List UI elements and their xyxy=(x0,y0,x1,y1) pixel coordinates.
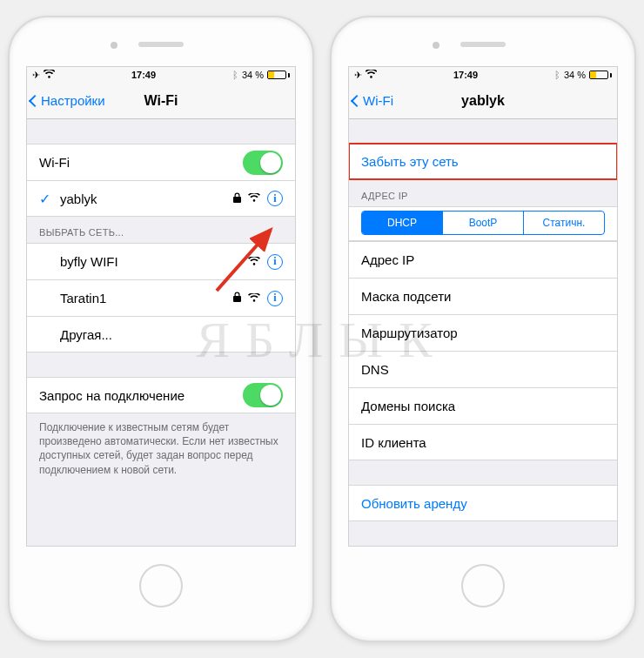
wifi-status-icon xyxy=(44,70,55,80)
info-icon[interactable]: i xyxy=(267,254,283,270)
battery-percent: 34 % xyxy=(564,70,586,80)
page-title: yablyk xyxy=(461,93,505,109)
wifi-status-icon xyxy=(366,70,377,80)
ip-mode-segmented[interactable]: DHCP BootP Статичн. xyxy=(361,211,605,235)
ask-to-join-row[interactable]: Запрос на подключение xyxy=(27,377,295,413)
chevron-left-icon xyxy=(29,94,41,106)
choose-network-header: ВЫБРАТЬ СЕТЬ... xyxy=(27,217,295,243)
segment-bootp[interactable]: BootP xyxy=(443,212,524,234)
status-bar: ✈︎ 17:49 ᛒ 34 % xyxy=(349,67,617,83)
ip-field-row[interactable]: Маршрутизатор xyxy=(349,314,617,351)
battery-icon xyxy=(589,70,612,79)
iphone-left: ✈︎ 17:49 ᛒ 34 % Настройки Wi-Fi xyxy=(8,16,314,642)
network-name: Taratin1 xyxy=(60,291,233,306)
lock-icon xyxy=(233,292,241,305)
field-label: ID клиента xyxy=(361,435,605,450)
lock-icon xyxy=(233,192,241,205)
chevron-left-icon xyxy=(351,94,363,106)
checkmark-icon: ✓ xyxy=(39,191,51,207)
other-network-row[interactable]: ✓ Другая... xyxy=(27,316,295,352)
battery-icon xyxy=(267,70,290,79)
earpiece-speaker xyxy=(460,42,506,47)
segment-static[interactable]: Статичн. xyxy=(524,212,604,234)
wifi-strength-icon xyxy=(248,292,260,305)
back-label: Настройки xyxy=(41,93,105,108)
bluetooth-icon: ᛒ xyxy=(554,70,560,80)
nav-bar: Настройки Wi-Fi xyxy=(27,83,295,119)
wifi-toggle[interactable] xyxy=(243,151,283,175)
ask-footer: Подключение к известным сетям будет прои… xyxy=(27,413,295,484)
connected-network-name: yablyk xyxy=(60,191,233,206)
ip-field-row[interactable]: Адрес IP xyxy=(349,241,617,278)
clock: 17:49 xyxy=(453,70,478,80)
renew-lease-label: Обновить аренду xyxy=(361,496,605,511)
field-label: DNS xyxy=(361,362,605,377)
home-button[interactable] xyxy=(139,564,183,608)
front-camera xyxy=(111,42,117,49)
home-button[interactable] xyxy=(461,564,505,608)
network-name: byfly WIFI xyxy=(60,254,248,269)
clock: 17:49 xyxy=(131,70,156,80)
ip-field-row[interactable]: Домены поиска xyxy=(349,387,617,424)
ip-section-header: АДРЕС IP xyxy=(349,180,617,206)
wifi-toggle-row[interactable]: Wi-Fi xyxy=(27,144,295,180)
field-label: Адрес IP xyxy=(361,252,605,267)
network-row[interactable]: ✓ Taratin1 i xyxy=(27,279,295,316)
status-bar: ✈︎ 17:49 ᛒ 34 % xyxy=(27,67,295,83)
back-button[interactable]: Настройки xyxy=(30,83,105,118)
page-title: Wi-Fi xyxy=(144,93,178,109)
airplane-icon: ✈︎ xyxy=(32,70,40,81)
info-icon[interactable]: i xyxy=(267,291,283,306)
bluetooth-icon: ᛒ xyxy=(232,70,238,80)
screen-network-details: ✈︎ 17:49 ᛒ 34 % Wi-Fi yablyk xyxy=(348,66,618,547)
ip-field-row[interactable]: DNS xyxy=(349,351,617,387)
front-camera xyxy=(433,42,439,49)
back-label: Wi-Fi xyxy=(363,93,393,108)
battery-percent: 34 % xyxy=(242,70,264,80)
back-button[interactable]: Wi-Fi xyxy=(352,83,393,118)
field-label: Маршрутизатор xyxy=(361,326,605,340)
network-row[interactable]: ✓ byfly WIFI i xyxy=(27,243,295,279)
field-label: Маска подсети xyxy=(361,289,605,304)
field-label: Домены поиска xyxy=(361,399,605,413)
forget-network-row[interactable]: Забыть эту сеть xyxy=(349,144,617,180)
nav-bar: Wi-Fi yablyk xyxy=(349,83,617,119)
connected-network-row[interactable]: ✓ yablyk i xyxy=(27,180,295,217)
wifi-toggle-label: Wi-Fi xyxy=(39,155,243,170)
ip-field-row[interactable]: ID клиента xyxy=(349,424,617,460)
ask-toggle[interactable] xyxy=(243,383,283,407)
other-network-label: Другая... xyxy=(60,327,283,342)
annotation-highlight xyxy=(349,143,617,180)
ask-to-join-label: Запрос на подключение xyxy=(39,388,243,403)
iphone-right: ✈︎ 17:49 ᛒ 34 % Wi-Fi yablyk xyxy=(330,16,636,642)
screen-wifi-list: ✈︎ 17:49 ᛒ 34 % Настройки Wi-Fi xyxy=(26,66,296,547)
wifi-strength-icon xyxy=(248,192,260,205)
airplane-icon: ✈︎ xyxy=(354,70,362,81)
ip-field-row[interactable]: Маска подсети xyxy=(349,278,617,314)
segment-dhcp[interactable]: DHCP xyxy=(362,212,443,234)
info-icon[interactable]: i xyxy=(267,191,283,206)
earpiece-speaker xyxy=(138,42,184,47)
wifi-strength-icon xyxy=(248,256,260,268)
renew-lease-row[interactable]: Обновить аренду xyxy=(349,485,617,521)
